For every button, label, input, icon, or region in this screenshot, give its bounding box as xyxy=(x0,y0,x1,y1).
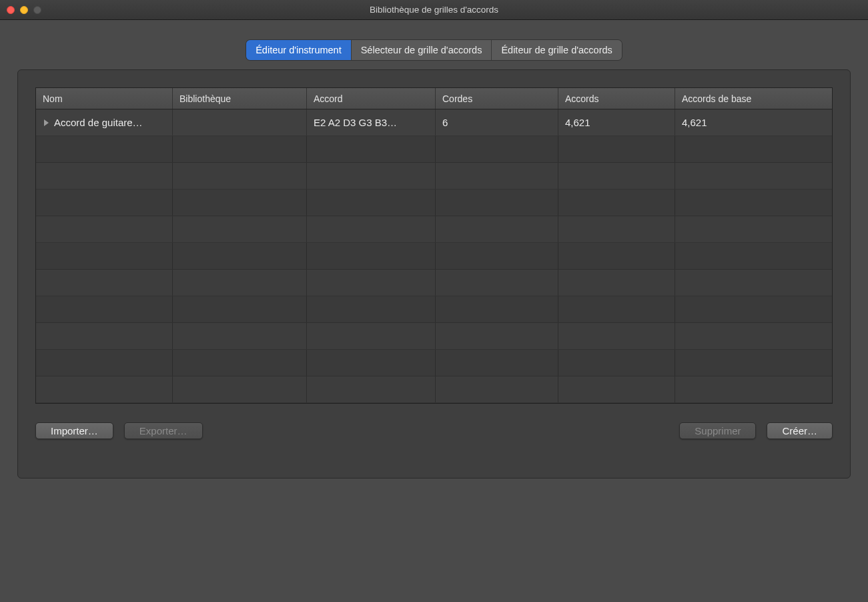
tab-bar: Éditeur d'instrument Sélecteur de grille… xyxy=(246,40,622,60)
table-row-empty xyxy=(36,163,832,190)
table-body: Accord de guitare… E2 A2 D3 G3 B3… 6 4,6… xyxy=(36,109,832,403)
col-header-bibliotheque[interactable]: Bibliothèque xyxy=(173,88,307,109)
col-header-nom[interactable]: Nom xyxy=(36,88,173,109)
minimize-icon[interactable] xyxy=(20,6,28,14)
table-row-empty xyxy=(36,270,832,296)
disclosure-triangle-icon[interactable] xyxy=(44,119,49,126)
table-row-empty xyxy=(36,376,832,403)
cell-bibliotheque xyxy=(173,109,307,135)
table-row-empty xyxy=(36,243,832,270)
table-row[interactable]: Accord de guitare… E2 A2 D3 G3 B3… 6 4,6… xyxy=(36,109,832,136)
spacer xyxy=(213,422,669,439)
panel: Nom Bibliothèque Accord Cordes Accords A… xyxy=(17,69,851,479)
cell-accords-base: 4,621 xyxy=(675,109,832,135)
tab-instrument-editor[interactable]: Éditeur d'instrument xyxy=(246,40,352,60)
table-row-empty xyxy=(36,296,832,323)
table-row-empty xyxy=(36,323,832,350)
col-header-accord[interactable]: Accord xyxy=(307,88,436,109)
close-icon[interactable] xyxy=(7,6,15,14)
export-button: Exporter… xyxy=(124,422,203,439)
traffic-lights xyxy=(7,6,41,14)
table-row-empty xyxy=(36,190,832,216)
delete-button: Supprimer xyxy=(679,422,756,439)
cell-accord: E2 A2 D3 G3 B3… xyxy=(307,109,436,135)
window: Bibliothèque de grilles d'accords Éditeu… xyxy=(0,0,868,602)
import-button[interactable]: Importer… xyxy=(35,422,113,439)
table-row-empty xyxy=(36,350,832,376)
titlebar: Bibliothèque de grilles d'accords xyxy=(0,0,868,20)
col-header-accords-base[interactable]: Accords de base xyxy=(675,88,832,109)
zoom-icon xyxy=(33,6,41,14)
table-header: Nom Bibliothèque Accord Cordes Accords A… xyxy=(36,88,832,109)
col-header-accords[interactable]: Accords xyxy=(558,88,675,109)
cell-nom: Accord de guitare… xyxy=(36,109,173,135)
tab-chord-grid-editor[interactable]: Éditeur de grille d'accords xyxy=(492,40,621,60)
cell-cordes: 6 xyxy=(436,109,558,135)
table-row-empty xyxy=(36,136,832,163)
cell-accords: 4,621 xyxy=(558,109,675,135)
cell-nom-text: Accord de guitare… xyxy=(54,117,143,128)
content-area: Éditeur d'instrument Sélecteur de grille… xyxy=(0,20,868,602)
instrument-table: Nom Bibliothèque Accord Cordes Accords A… xyxy=(35,87,833,404)
window-title: Bibliothèque de grilles d'accords xyxy=(7,5,861,15)
col-header-cordes[interactable]: Cordes xyxy=(436,88,558,109)
button-row: Importer… Exporter… Supprimer Créer… xyxy=(35,422,833,439)
table-row-empty xyxy=(36,216,832,243)
tab-bar-wrap: Éditeur d'instrument Sélecteur de grille… xyxy=(0,20,868,60)
create-button[interactable]: Créer… xyxy=(767,422,833,439)
tab-chord-grid-selector[interactable]: Sélecteur de grille d'accords xyxy=(352,40,492,60)
